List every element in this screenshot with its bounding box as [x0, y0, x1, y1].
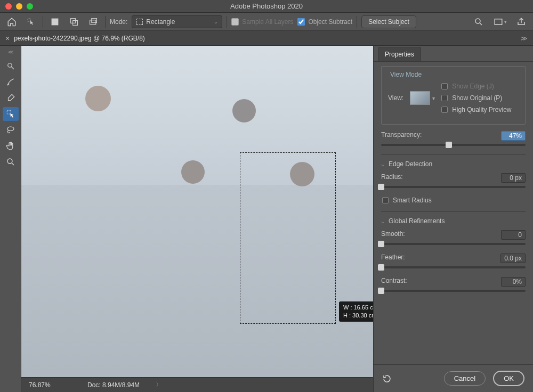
refine-edge-brush-tool[interactable] [3, 75, 19, 89]
toolbar-collapse-icon[interactable]: ≪ [8, 49, 13, 55]
svg-rect-9 [7, 110, 11, 114]
window-close-button[interactable] [5, 3, 12, 10]
rectangle-marquee-icon [136, 19, 143, 25]
mode-select[interactable]: Rectangle ⌵ [132, 15, 222, 28]
view-mode-title: View Mode [390, 71, 519, 78]
left-toolbar: ≪ [0, 46, 21, 392]
transparency-label: Transparency: [381, 131, 422, 141]
canvas-area: W : 16.65 cm H : 30.30 cm 76.87% Doc: 8.… [21, 46, 373, 392]
feather-label: Feather: [381, 254, 405, 263]
sample-all-layers-label: Sample All Layers [242, 18, 293, 26]
object-subtract-label: Object Subtract [308, 18, 352, 26]
properties-tab[interactable]: Properties [378, 47, 421, 61]
svg-rect-0 [28, 19, 30, 21]
svg-point-6 [475, 19, 480, 23]
radius-label: Radius: [381, 173, 403, 183]
selection-marquee[interactable] [240, 152, 336, 324]
svg-rect-4 [90, 20, 96, 24]
selection-width-label: W : 16.65 cm [343, 304, 373, 312]
new-selection-icon[interactable] [47, 15, 62, 28]
feather-slider[interactable]: Feather: 0.0 px [381, 254, 526, 268]
chevron-down-icon: ▾ [432, 95, 435, 101]
doc-info[interactable]: Doc: 8.94M/8.94M [87, 381, 140, 389]
smooth-slider[interactable]: Smooth: 0 [381, 230, 526, 245]
transparency-value[interactable]: 47% [501, 131, 526, 141]
quick-selection-tool[interactable] [3, 59, 19, 73]
doc-info-chevron-icon[interactable]: 〉 [156, 380, 162, 389]
reset-icon[interactable] [382, 374, 392, 383]
share-icon[interactable] [514, 15, 529, 28]
zoom-tool[interactable] [3, 155, 19, 169]
show-edge-checkbox: Show Edge (J) [441, 83, 511, 90]
hand-tool[interactable] [3, 139, 19, 153]
view-label: View: [388, 94, 403, 102]
options-bar: Mode: Rectangle ⌵ Sample All Layers Obje… [0, 13, 533, 31]
svg-rect-7 [495, 19, 502, 24]
show-original-checkbox[interactable]: Show Original (P) [441, 94, 511, 102]
edge-detection-header[interactable]: ⌵ Edge Detection [381, 160, 526, 168]
contrast-slider[interactable]: Contrast: 0% [381, 277, 526, 292]
svg-rect-1 [52, 18, 59, 25]
contrast-value[interactable]: 0% [501, 277, 526, 287]
ok-button[interactable]: OK [493, 371, 524, 386]
chevron-down-icon: ⌵ [214, 19, 217, 24]
view-mode-section: View Mode View: ▾ Show Edge (J) Show Ori… [381, 66, 526, 125]
mode-label: Mode: [110, 18, 127, 26]
view-thumbnail [410, 91, 430, 105]
global-refinements-header[interactable]: ⌵ Global Refinements [381, 217, 526, 225]
window-maximize-button[interactable] [27, 3, 33, 10]
object-subtract-checkbox[interactable]: Object Subtract [297, 18, 352, 26]
title-bar: Adobe Photoshop 2020 [0, 0, 533, 13]
high-quality-preview-checkbox[interactable]: High Quality Preview [441, 106, 511, 113]
search-icon[interactable] [471, 15, 486, 28]
contrast-label: Contrast: [381, 277, 407, 287]
radius-value[interactable]: 0 px [501, 173, 526, 183]
transparency-slider[interactable]: Transparency: 47% [381, 131, 526, 146]
smart-radius-checkbox[interactable]: Smart Radius [382, 197, 526, 204]
zoom-level[interactable]: 76.87% [29, 381, 71, 389]
document-tab-bar: × pexels-photo-2422290.jpeg @ 76.9% (RGB… [0, 31, 533, 46]
add-to-selection-icon[interactable] [67, 15, 82, 28]
selection-height-label: H : 30.30 cm [343, 312, 373, 320]
smooth-label: Smooth: [381, 230, 405, 240]
svg-point-8 [7, 63, 12, 68]
document-tab[interactable]: × pexels-photo-2422290.jpeg @ 76.9% (RGB… [5, 34, 145, 43]
document-canvas[interactable]: W : 16.65 cm H : 30.30 cm [21, 46, 373, 377]
select-subject-button[interactable]: Select Subject [361, 15, 416, 28]
tab-overflow-icon[interactable]: ≫ [521, 35, 528, 42]
object-selection-tool-icon[interactable] [23, 15, 38, 28]
brush-tool[interactable] [3, 91, 19, 105]
cancel-button[interactable]: Cancel [444, 371, 486, 386]
feather-value[interactable]: 0.0 px [500, 254, 526, 263]
window-title: Adobe Photoshop 2020 [230, 2, 303, 10]
view-preset-dropdown[interactable]: ▾ [410, 91, 435, 105]
selection-dimensions-tooltip: W : 16.65 cm H : 30.30 cm [339, 301, 373, 322]
panel-footer: Cancel OK [374, 364, 533, 392]
window-minimize-button[interactable] [16, 3, 22, 10]
home-icon[interactable] [4, 15, 19, 28]
subtract-from-selection-icon[interactable] [86, 15, 101, 28]
sample-all-layers-checkbox: Sample All Layers [231, 18, 293, 26]
object-selection-tool[interactable] [3, 107, 19, 121]
radius-slider[interactable]: Radius: 0 px [381, 173, 526, 188]
properties-panel: Properties View Mode View: ▾ Show Edge (… [373, 46, 533, 392]
document-tab-label: pexels-photo-2422290.jpeg @ 76.9% (RGB/8… [14, 35, 145, 42]
smooth-value[interactable]: 0 [501, 230, 526, 240]
status-bar: 76.87% Doc: 8.94M/8.94M 〉 [21, 377, 373, 392]
chevron-down-icon: ⌵ [381, 161, 384, 167]
close-tab-icon[interactable]: × [5, 34, 10, 43]
mode-select-value: Rectangle [146, 18, 175, 26]
lasso-tool[interactable] [3, 123, 19, 137]
workspace-switcher-icon[interactable]: ▾ [492, 15, 507, 28]
chevron-down-icon: ⌵ [381, 218, 384, 224]
svg-point-11 [7, 159, 12, 164]
svg-point-10 [7, 127, 14, 131]
